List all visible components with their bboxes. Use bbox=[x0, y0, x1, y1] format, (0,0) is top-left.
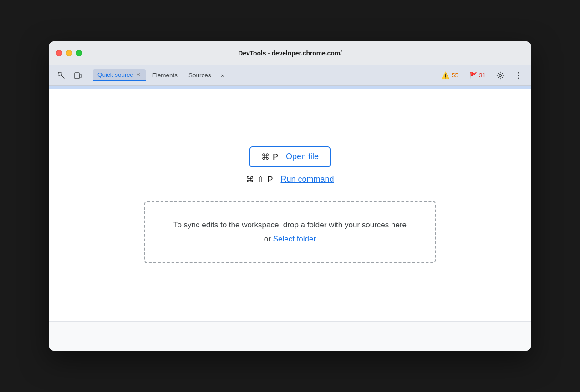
close-button[interactable] bbox=[56, 50, 62, 56]
bottom-panel bbox=[49, 322, 531, 351]
svg-rect-3 bbox=[80, 74, 81, 78]
traffic-lights bbox=[56, 50, 82, 56]
warnings-badge[interactable]: ⚠️ 55 bbox=[438, 70, 462, 81]
toolbar: Quick source ✕ Elements Sources » ⚠️ 55 … bbox=[49, 65, 531, 86]
window-title: DevTools - developer.chrome.com/ bbox=[238, 50, 342, 57]
settings-button[interactable] bbox=[493, 68, 508, 83]
open-file-row: ⌘ P Open file bbox=[249, 146, 331, 167]
run-command-shortcut: ⌘ ⇧ P bbox=[246, 175, 273, 185]
open-file-shortcut: ⌘ P bbox=[261, 152, 279, 162]
errors-badge[interactable]: 🚩 31 bbox=[466, 70, 489, 81]
svg-line-1 bbox=[61, 75, 64, 78]
tab-quick-source[interactable]: Quick source ✕ bbox=[93, 69, 146, 81]
more-tabs-button[interactable]: » bbox=[218, 70, 228, 80]
error-count: 31 bbox=[479, 72, 486, 79]
toolbar-divider bbox=[89, 71, 89, 80]
minimize-button[interactable] bbox=[66, 50, 72, 56]
svg-point-6 bbox=[518, 75, 519, 76]
error-icon: 🚩 bbox=[469, 72, 477, 79]
more-tabs-icon: » bbox=[221, 72, 224, 79]
tab-sources[interactable]: Sources bbox=[184, 70, 216, 80]
tab-quick-source-label: Quick source bbox=[97, 71, 133, 78]
warning-icon: ⚠️ bbox=[441, 71, 450, 80]
open-file-link[interactable]: Open file bbox=[286, 152, 319, 161]
svg-point-5 bbox=[518, 72, 519, 73]
drop-zone[interactable]: To sync edits to the workspace, drop a f… bbox=[144, 201, 436, 263]
svg-rect-0 bbox=[58, 72, 61, 75]
devtools-window: DevTools - developer.chrome.com/ Quick s… bbox=[49, 41, 531, 351]
select-folder-link[interactable]: Select folder bbox=[273, 235, 316, 243]
svg-rect-2 bbox=[75, 73, 79, 79]
inspect-icon[interactable] bbox=[54, 68, 69, 83]
tab-elements-label: Elements bbox=[152, 72, 178, 79]
svg-point-7 bbox=[518, 77, 519, 79]
run-command-link[interactable]: Run command bbox=[280, 175, 334, 184]
device-toggle-icon[interactable] bbox=[71, 68, 85, 83]
warning-count: 55 bbox=[452, 72, 458, 79]
tab-quick-source-close[interactable]: ✕ bbox=[135, 71, 141, 79]
main-content: ⌘ P Open file ⌘ ⇧ P Run command To sync … bbox=[49, 89, 531, 322]
tab-elements[interactable]: Elements bbox=[148, 70, 182, 80]
more-options-button[interactable] bbox=[511, 68, 526, 83]
title-bar: DevTools - developer.chrome.com/ bbox=[49, 41, 531, 65]
toolbar-right: ⚠️ 55 🚩 31 bbox=[438, 68, 526, 83]
tab-sources-label: Sources bbox=[188, 72, 211, 79]
maximize-button[interactable] bbox=[76, 50, 82, 56]
run-command-row: ⌘ ⇧ P Run command bbox=[246, 175, 334, 185]
svg-point-4 bbox=[499, 74, 502, 76]
